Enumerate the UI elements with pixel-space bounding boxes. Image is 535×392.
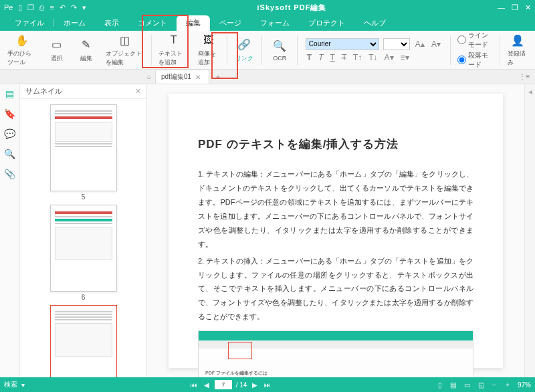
nav-last-icon[interactable]: ⏭ <box>263 381 272 389</box>
qat-open-icon[interactable]: ▯ <box>18 3 22 12</box>
signed-in-button[interactable]: 👤 登録済み <box>504 31 531 68</box>
status-search-label: 検索 <box>4 380 17 389</box>
link-button[interactable]: 🔗 リンク <box>231 36 257 64</box>
comments-panel-button[interactable]: 💬 <box>4 128 15 139</box>
edit-icon: ✎ <box>79 37 94 52</box>
strike-icon[interactable]: T̶ <box>340 53 348 62</box>
app-title: iSkysoft PDF編集 <box>86 3 498 13</box>
document-tab-close-icon[interactable]: ✕ <box>195 74 201 81</box>
font-group: Courier A▴ A▾ T T T T̶ T↑ T↓ A▾ ≡▾ <box>302 37 446 64</box>
tab-home[interactable]: ホーム <box>54 15 95 31</box>
bookmarks-panel-button[interactable]: 🔖 <box>4 108 15 119</box>
tab-protect[interactable]: プロテクト <box>299 15 354 31</box>
page-number-input[interactable] <box>215 380 232 389</box>
tab-form[interactable]: フォーム <box>251 15 299 31</box>
qat-redo-icon[interactable]: ↷ <box>71 3 77 12</box>
hand-tool-button[interactable]: ✋ 手のひらツール <box>4 31 41 68</box>
qat-list-icon[interactable]: ≡ <box>49 3 54 11</box>
zoom-level-label: 97% <box>518 381 531 389</box>
tab-help[interactable]: ヘルプ <box>354 15 395 31</box>
align-icon[interactable]: ≡▾ <box>399 53 411 62</box>
menubar: ファイル ホーム 表示 コメント 編集 ページ フォーム プロテクト ヘルプ <box>0 15 535 31</box>
italic-icon[interactable]: T <box>317 53 324 62</box>
thumbnails-list[interactable]: 5 6 7 <box>20 99 146 377</box>
add-tab-button[interactable]: ＋ <box>209 72 227 82</box>
thumbnails-close-icon[interactable]: ✕ <box>135 87 141 96</box>
minimize-button[interactable]: — <box>498 3 505 12</box>
link-icon: 🔗 <box>237 37 251 52</box>
tab-edit[interactable]: 編集 <box>177 15 210 31</box>
ocr-button[interactable]: 🔍 OCR <box>266 37 293 63</box>
view-single-icon[interactable]: ▯ <box>437 381 443 389</box>
hand-tool-label: 手のひらツール <box>7 50 37 67</box>
edit-tool-button[interactable]: ✎ 編集 <box>73 36 100 64</box>
font-family-select[interactable]: Courier <box>306 38 379 50</box>
link-label: リンク <box>235 54 253 63</box>
font-shrink-icon[interactable]: A▾ <box>430 39 442 49</box>
font-size-select[interactable] <box>383 38 410 50</box>
sub-icon[interactable]: T↓ <box>367 53 379 62</box>
edit-object-button[interactable]: ◫ オブジェクトを編集 <box>102 31 147 68</box>
super-icon[interactable]: T↑ <box>352 53 363 62</box>
thumbnails-panel-button[interactable]: ▤ <box>5 88 14 99</box>
line-mode-radio[interactable]: ラインモード <box>457 31 494 50</box>
nav-prev-icon[interactable]: ◀ <box>203 381 211 389</box>
page-view[interactable]: PDF のテキストを編集/挿入する方法 1. テキストの編集：メニューバーにある… <box>147 84 524 377</box>
view-continuous-icon[interactable]: ▤ <box>449 381 457 389</box>
right-panel-handle[interactable]: ◂ <box>524 84 535 377</box>
tab-file[interactable]: ファイル <box>5 15 54 31</box>
add-image-button[interactable]: 🖼 画像を追加 <box>195 31 223 68</box>
nav-next-icon[interactable]: ▶ <box>251 381 259 389</box>
zoom-out-icon[interactable]: − <box>491 381 498 389</box>
search-panel-button[interactable]: 🔍 <box>4 149 15 159</box>
hand-icon: ✋ <box>15 33 29 47</box>
select-icon: ▭ <box>49 37 64 52</box>
edit-object-label: オブジェクトを編集 <box>106 50 144 67</box>
ocr-icon: 🔍 <box>272 38 287 53</box>
bold-icon[interactable]: T <box>306 53 313 62</box>
close-button[interactable]: ✕ <box>525 3 531 12</box>
content-paragraph: 2. テキストの挿入：メニューバーにある「ホーム」タブの「テキストを追加」をクリ… <box>198 254 473 324</box>
thumbnails-title: サムネイル <box>25 86 62 96</box>
add-text-label: テキストを追加 <box>158 50 189 67</box>
qat-print-icon[interactable]: ⎙ <box>39 3 44 11</box>
tab-view[interactable]: 表示 <box>95 15 128 31</box>
edit-tool-label: 編集 <box>80 54 92 63</box>
qat-save-icon[interactable]: ❐ <box>27 3 34 12</box>
document-tab[interactable]: pdf編集01 ✕ <box>155 70 209 84</box>
side-toolbar: ▤ 🔖 💬 🔍 📎 <box>0 84 20 377</box>
view-fit-icon[interactable]: ◱ <box>477 381 486 389</box>
quick-access-toolbar: Pe ▯ ❐ ⎙ ≡ ↶ ↷ ▾ <box>4 3 86 12</box>
ocr-label: OCR <box>273 55 286 62</box>
window-buttons: — ❐ ✕ <box>498 3 531 12</box>
maximize-button[interactable]: ❐ <box>512 3 518 12</box>
add-text-button[interactable]: T テキストを追加 <box>155 31 192 68</box>
ribbon: ✋ 手のひらツール ▭ 選択 ✎ 編集 ◫ オブジェクトを編集 T テキストを追… <box>0 31 535 70</box>
underline-icon[interactable]: T <box>329 53 336 62</box>
select-tool-button[interactable]: ▭ 選択 <box>43 36 70 64</box>
nav-first-icon[interactable]: ⏮ <box>189 381 199 389</box>
tab-comment[interactable]: コメント <box>128 15 177 31</box>
statusbar: 検索 ▾ ⏮ ◀ / 14 ▶ ⏭ ▯ ▤ ▭ ◱ − ＋ 97% <box>0 377 535 392</box>
edit-object-icon: ◫ <box>117 33 132 47</box>
para-mode-radio[interactable]: 段落モード <box>457 51 494 70</box>
titlebar: Pe ▯ ❐ ⎙ ≡ ↶ ↷ ▾ iSkysoft PDF編集 — ❐ ✕ <box>0 0 535 15</box>
zoom-in-icon[interactable]: ＋ <box>503 380 512 389</box>
qat-undo-icon[interactable]: ↶ <box>60 3 66 12</box>
attachments-panel-button[interactable]: 📎 <box>4 169 15 179</box>
qat-dropdown-icon[interactable]: ▾ <box>82 3 86 12</box>
tab-home-icon[interactable]: ⌂ <box>147 73 151 80</box>
thumbnail-item[interactable]: 5 <box>50 104 117 201</box>
font-grow-icon[interactable]: A▴ <box>414 39 426 49</box>
tabstrip-menu-icon[interactable]: ⋮≡ <box>519 73 535 80</box>
document-tab-label: pdf編集01 <box>161 72 191 82</box>
status-search-dropdown-icon[interactable]: ▾ <box>21 381 25 389</box>
thumbnail-item[interactable]: 6 <box>50 205 117 301</box>
document-tabstrip: ⌂ pdf編集01 ✕ ＋ ⋮≡ <box>0 70 535 84</box>
font-color-icon[interactable]: A▾ <box>383 53 395 62</box>
app-badge: Pe <box>4 3 13 11</box>
thumbnail-item-selected[interactable]: 7 <box>50 305 117 377</box>
view-facing-icon[interactable]: ▭ <box>463 381 471 389</box>
thumbnail-number: 6 <box>50 294 117 301</box>
tab-page[interactable]: ページ <box>210 15 251 31</box>
